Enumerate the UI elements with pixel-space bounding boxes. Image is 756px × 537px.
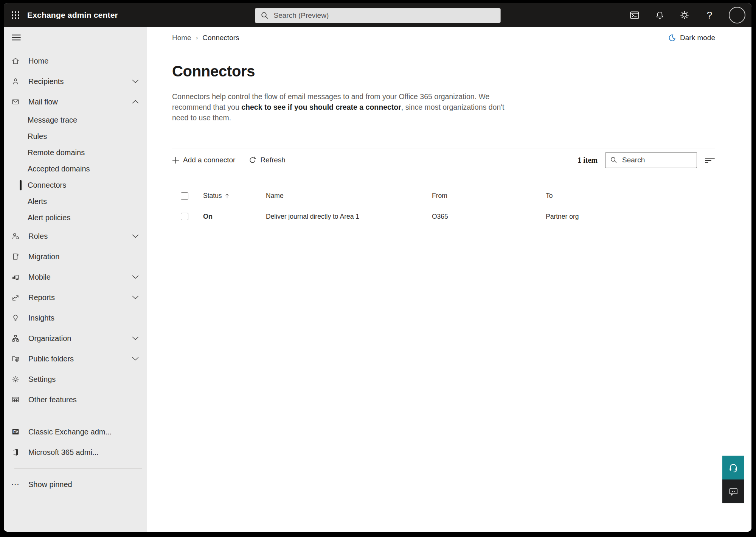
sidebar-item-message-trace[interactable]: Message trace (4, 112, 147, 128)
sidebar-item-alerts[interactable]: Alerts (4, 193, 147, 210)
migration-icon (11, 252, 20, 261)
terminal-button[interactable] (629, 9, 640, 21)
column-header-status[interactable]: Status (203, 192, 266, 200)
page-description: Connectors help control the flow of emai… (172, 91, 505, 123)
sidebar-item-label: Other features (28, 395, 77, 404)
sidebar-item-mobile[interactable]: Mobile (4, 267, 147, 287)
help-button[interactable]: ? (704, 9, 715, 21)
home-icon (11, 57, 20, 65)
sidebar-item-microsoft-365[interactable]: Microsoft 365 admi... (4, 442, 147, 462)
chevron-up-icon (132, 100, 139, 104)
sidebar-item-classic-exchange[interactable]: E Classic Exchange adm... (4, 422, 147, 442)
sidebar-item-rules[interactable]: Rules (4, 128, 147, 145)
sidebar-divider (14, 469, 142, 469)
sidebar-item-migration[interactable]: Migration (4, 246, 147, 267)
roles-icon (11, 232, 20, 240)
nav-collapse-button[interactable] (4, 33, 147, 42)
refresh-button[interactable]: Refresh (249, 156, 286, 164)
sidebar-item-home[interactable]: Home (4, 51, 147, 71)
global-search-box[interactable] (255, 8, 501, 23)
topbar-actions: ? (629, 7, 751, 23)
cell-status: On (203, 213, 266, 221)
sidebar-item-label: Classic Exchange adm... (28, 428, 112, 436)
filter-button[interactable] (705, 156, 715, 165)
sidebar-item-connectors[interactable]: Connectors (4, 177, 147, 193)
search-icon (261, 11, 269, 20)
mail-icon (11, 98, 20, 106)
sidebar-item-reports[interactable]: Reports (4, 287, 147, 308)
bell-icon (655, 10, 665, 20)
list-search-box[interactable] (605, 152, 697, 168)
sidebar-item-label: Accepted domains (28, 165, 90, 173)
dark-mode-toggle[interactable]: Dark mode (668, 34, 715, 42)
hamburger-icon (11, 34, 21, 41)
sidebar-item-label: Roles (28, 232, 48, 241)
list-toolbar: Add a connector Refresh 1 item (172, 148, 715, 172)
sidebar-item-mail-flow[interactable]: Mail flow (4, 92, 147, 112)
speech-bubble-icon (728, 486, 739, 497)
item-count: 1 item (577, 156, 598, 165)
sidebar-item-show-pinned[interactable]: ⋯ Show pinned (4, 474, 147, 495)
sidebar-item-label: Home (28, 57, 48, 65)
top-app-bar: Exchange admin center (4, 3, 751, 27)
left-navigation: Home Recipients Mail flow (4, 27, 147, 532)
sidebar-item-organization[interactable]: Organization (4, 328, 147, 349)
line-chart-icon (11, 293, 20, 302)
toolbar-right: 1 item (577, 152, 715, 168)
question-icon: ? (707, 9, 712, 21)
chevron-down-icon (132, 275, 139, 279)
sidebar-item-label: Show pinned (28, 480, 72, 489)
refresh-icon (249, 156, 256, 164)
select-all-checkbox[interactable] (181, 192, 188, 200)
breadcrumb: Home › Connectors (172, 34, 239, 42)
gear-icon (11, 375, 20, 383)
account-avatar[interactable] (729, 7, 745, 23)
person-icon (11, 77, 20, 86)
search-icon (610, 156, 618, 164)
sidebar-item-recipients[interactable]: Recipients (4, 71, 147, 92)
row-checkbox[interactable] (181, 213, 188, 220)
settings-button[interactable] (679, 9, 690, 21)
app-body: Home Recipients Mail flow (4, 27, 751, 532)
filter-lines-icon (705, 156, 715, 165)
sidebar-item-alert-policies[interactable]: Alert policies (4, 210, 147, 226)
sidebar-item-label: Connectors (28, 181, 66, 190)
sidebar-item-public-folders[interactable]: Public folders (4, 349, 147, 369)
sidebar-item-settings[interactable]: Settings (4, 369, 147, 389)
help-support-button[interactable] (722, 456, 744, 479)
sidebar-item-label: Settings (28, 375, 56, 384)
sidebar-item-accepted-domains[interactable]: Accepted domains (4, 161, 147, 177)
breadcrumb-row: Home › Connectors Dark mode (172, 33, 715, 43)
chevron-down-icon (132, 336, 139, 340)
table-row[interactable]: On Deliver journal directly to Area 1 O3… (172, 205, 715, 228)
floating-buttons (722, 456, 744, 503)
sidebar-item-label: Rules (28, 132, 47, 141)
sidebar-item-other-features[interactable]: Other features (4, 389, 147, 410)
list-search-input[interactable] (622, 156, 692, 164)
global-search-input[interactable] (274, 11, 495, 20)
breadcrumb-separator-icon: › (196, 34, 198, 42)
cell-name[interactable]: Deliver journal directly to Area 1 (266, 213, 432, 221)
breadcrumb-home-link[interactable]: Home (172, 34, 191, 42)
app-launcher-button[interactable] (4, 3, 27, 27)
feedback-button[interactable] (722, 479, 744, 503)
cell-from: O365 (432, 213, 546, 221)
sidebar-item-label: Mobile (28, 273, 51, 282)
column-header-name[interactable]: Name (266, 192, 432, 200)
sidebar-item-roles[interactable]: Roles (4, 226, 147, 246)
add-connector-button[interactable]: Add a connector (172, 156, 235, 164)
notifications-button[interactable] (654, 9, 665, 21)
refresh-label: Refresh (260, 156, 286, 164)
chevron-down-icon (132, 79, 139, 83)
chevron-down-icon (132, 357, 139, 361)
column-label: Status (203, 192, 222, 200)
column-header-from[interactable]: From (432, 192, 546, 200)
svg-text:E: E (13, 430, 16, 434)
sidebar-item-insights[interactable]: Insights (4, 308, 147, 328)
sidebar-item-label: Mail flow (28, 98, 58, 106)
sidebar-item-label: Reports (28, 293, 55, 302)
column-header-to[interactable]: To (546, 192, 715, 200)
sidebar-item-remote-domains[interactable]: Remote domains (4, 145, 147, 161)
terminal-icon (629, 10, 640, 20)
waffle-icon (11, 11, 20, 20)
